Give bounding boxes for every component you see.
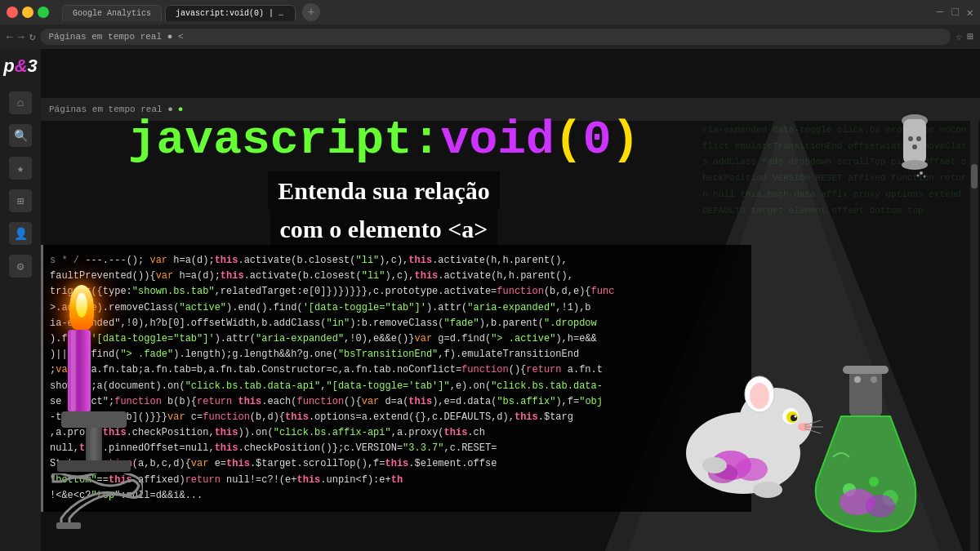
refresh-button[interactable]: ↻ <box>29 30 36 43</box>
main-title: javascript:void(0) <box>49 114 719 167</box>
close-icon[interactable]: ✕ <box>967 6 973 20</box>
scrollbar[interactable] <box>970 121 978 551</box>
browser-controls-right: ─ □ ✕ <box>937 6 973 20</box>
forward-button[interactable]: → <box>18 31 24 43</box>
saltshaker-svg <box>898 114 931 180</box>
code-line-11: ,a.proxy(this.checkPosition,this)).on("c… <box>50 425 745 441</box>
svg-point-33 <box>912 144 917 149</box>
browser-tab-active[interactable]: javascript:void(0) | P&3 <box>165 5 296 21</box>
svg-point-28 <box>866 495 895 518</box>
browser-top-bar: Google Analytics javascript:void(0) | P&… <box>0 0 980 24</box>
svg-rect-24 <box>843 366 889 374</box>
svg-rect-30 <box>903 119 926 164</box>
code-block: s * / ---.---(); var h=a(d);this.activat… <box>41 245 751 512</box>
sidebar-item-user[interactable]: 👤 <box>9 222 32 245</box>
spiral-tube-svg <box>45 473 143 531</box>
candle-decoration <box>45 285 143 535</box>
svg-rect-20 <box>849 367 882 416</box>
svg-point-22 <box>869 477 879 487</box>
svg-point-35 <box>920 171 923 175</box>
logo-3: 3 <box>28 56 38 76</box>
svg-point-34 <box>902 160 928 170</box>
main-content: p&3 ⌂ 🔍 ★ ⊞ 👤 ⚙ Páginas em tempo real ● … <box>0 49 980 551</box>
sidebar-item-home[interactable]: ⌂ <box>9 91 32 114</box>
minimize-window-button[interactable] <box>22 7 33 18</box>
title-close-paren: ) <box>611 113 639 167</box>
back-button[interactable]: ← <box>7 31 13 43</box>
code-line-2: trigger({type:"shown.bs.tab",relatedTarg… <box>50 284 745 300</box>
title-void: void <box>441 113 555 167</box>
address-bar-row: ← → ↻ Páginas em tempo real ● < ☆ ⊞ <box>0 24 980 49</box>
extensions-icon[interactable]: ⊞ <box>967 30 973 43</box>
svg-point-31 <box>908 136 913 141</box>
candle-stand-base <box>57 460 131 472</box>
code-line-0: s * / ---.---(); var h=a(d);this.activat… <box>50 253 745 269</box>
code-line-10: -typeof b&&e[b]()}}}var c=function(b,d){… <box>50 410 745 425</box>
title-area: javascript:void(0) Entenda sua relação c… <box>49 114 719 248</box>
maximize-window-button[interactable] <box>38 7 49 18</box>
candle-stand-tube <box>86 428 102 460</box>
sidebar: p&3 ⌂ 🔍 ★ ⊞ 👤 ⚙ <box>0 49 41 551</box>
restore-icon[interactable]: □ <box>951 6 958 19</box>
flask-decoration <box>792 359 956 543</box>
code-line-7: ;var d=a.fn.tab;a.fn.tab=b,a.fn.tab.Cons… <box>50 362 745 378</box>
subtitle: Entenda sua relação com o elemento <a> <box>49 171 719 248</box>
address-bar[interactable]: Páginas em tempo real ● < <box>40 29 951 45</box>
code-line-9: se strict";function b(b){return this.eac… <box>50 394 745 410</box>
candle-flame <box>69 285 94 330</box>
subtitle-line2: com o elemento <a> <box>270 210 498 248</box>
code-line-14: "bottom"==this.affixed)return null!=c?!(… <box>50 473 745 488</box>
svg-point-32 <box>916 136 921 141</box>
logo: p&3 <box>3 57 38 75</box>
svg-point-37 <box>917 175 920 177</box>
code-line-3: >.active).removeClass("active").end().fi… <box>50 300 745 316</box>
svg-point-36 <box>924 176 926 178</box>
logo-p: p <box>3 56 14 76</box>
code-line-6: )|||!d.find("> .fade").length);g.length&… <box>50 347 745 362</box>
svg-point-25 <box>854 376 861 383</box>
title-zero: 0 <box>583 113 612 167</box>
sidebar-item-search[interactable]: 🔍 <box>9 124 32 147</box>
code-line-5: ).find('[data-toggle="tab"]').attr("aria… <box>50 331 745 347</box>
bookmark-icon[interactable]: ☆ <box>956 30 962 43</box>
code-line-1: faultPrevented()){var h=a(d);this.activa… <box>50 269 745 284</box>
scrollbar-thumb[interactable] <box>971 164 978 189</box>
browser-tab-analytics[interactable]: Google Analytics <box>62 5 162 21</box>
svg-rect-2 <box>56 522 81 529</box>
subtitle-line1: Entenda sua relação <box>268 171 499 210</box>
minimize-icon[interactable]: ─ <box>937 6 943 19</box>
code-line-15: !<&e<c?"top":null=d&&i&... <box>50 488 745 504</box>
svg-point-16 <box>735 458 768 481</box>
code-line-12: null,this.pinnedOffset=null,this.checkPo… <box>50 441 745 456</box>
code-line-4: ia-expanded",!0),h?b[0].offsetWidth,b.ad… <box>50 316 745 331</box>
candle-body <box>68 330 91 411</box>
title-open-paren: ( <box>555 113 583 167</box>
code-line-13: State=function(a,b,c,d){var e=this.$targ… <box>50 456 745 472</box>
flask-svg <box>792 359 939 539</box>
candle-stand-top <box>61 411 127 428</box>
svg-point-19 <box>753 482 782 498</box>
svg-point-26 <box>871 376 877 383</box>
code-line-8: show"));a(document).on("click.bs.tab.dat… <box>50 379 745 394</box>
title-javascript: javascript: <box>128 113 441 167</box>
logo-amp: & <box>15 56 28 76</box>
close-window-button[interactable] <box>7 7 18 18</box>
sidebar-item-star[interactable]: ★ <box>9 157 32 180</box>
svg-point-18 <box>702 457 727 473</box>
address-text: Páginas em tempo real ● < <box>48 32 183 42</box>
tab-bar: Google Analytics javascript:void(0) | P&… <box>62 3 932 21</box>
sidebar-item-grid[interactable]: ⊞ <box>9 189 32 212</box>
saltshaker-decoration <box>898 114 931 180</box>
svg-point-6 <box>750 383 769 409</box>
new-tab-button[interactable]: + <box>302 3 320 21</box>
sidebar-item-settings[interactable]: ⚙ <box>9 255 32 278</box>
